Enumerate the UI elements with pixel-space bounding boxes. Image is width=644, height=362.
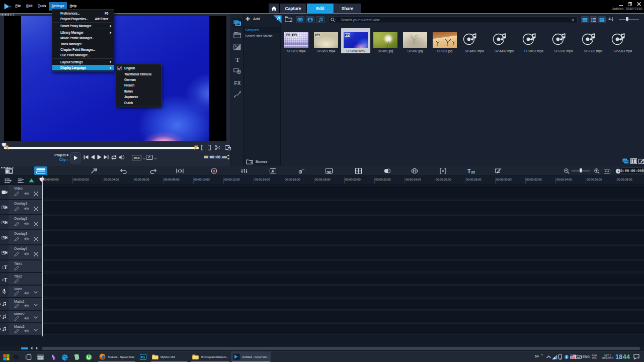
track-speaker-icon[interactable] [24,329,29,333]
tab-share[interactable]: Share [334,4,361,13]
rail-instant-project-icon[interactable] [232,30,242,40]
track-header[interactable]: Overlay4 [9,245,42,259]
rail-transition-icon[interactable]: A [232,42,242,52]
track-header[interactable]: Video [9,185,42,199]
import-folder-icon[interactable] [285,16,292,22]
hscroll-arrows[interactable] [30,346,38,350]
track-speaker-icon[interactable] [24,252,29,256]
track-pencil-icon[interactable] [14,252,19,256]
minimize-button[interactable] [619,2,623,6]
tray-clock[interactable]: 1844 [615,353,630,360]
track-header[interactable]: Voice [9,286,42,297]
track-mosaic-icon[interactable] [34,207,38,211]
timeline-zoom-in-button[interactable] [593,167,601,174]
track-header[interactable]: Music3 [9,323,42,335]
library-item[interactable]: SP-V02.mp4 [282,28,311,53]
filter-videos-button[interactable] [296,16,304,23]
close-button[interactable] [637,2,641,6]
track-transparency-button[interactable] [439,167,447,174]
tray-net-label[interactable]: NET: 0KB/S PATH: [602,354,614,359]
library-item[interactable]: SP-S01.mpa [549,28,578,53]
mask-creator-button[interactable] [383,167,391,174]
clip-mode-label[interactable]: Clip = [52,158,68,161]
track-lane[interactable] [42,311,644,322]
painting-creator-button[interactable] [494,167,502,174]
language-item-italian[interactable]: Italian [116,88,161,94]
library-item[interactable]: SP-M03.mpa [519,28,548,53]
menu-item-movie-profile-manager[interactable]: Movie Profile Manager... [52,35,114,41]
action-center-icon[interactable] [633,354,639,359]
track-pencil-icon[interactable] [14,207,19,211]
track-pencil-icon[interactable] [14,291,19,296]
library-item[interactable]: SP-M02.mpa [490,28,519,53]
sound-mixer-button[interactable] [240,167,248,174]
preview-size-icon[interactable] [146,155,153,160]
track-lane[interactable] [42,215,644,229]
track-pencil-icon[interactable] [14,304,19,308]
tray-phone-icon[interactable] [558,354,562,359]
track-chevron-icon[interactable] [34,329,38,333]
project-mode-label[interactable]: Project = [52,153,68,157]
rail-title-icon[interactable]: T [232,54,242,64]
scrubber-bar[interactable] [4,147,199,149]
timecode-spinner[interactable] [227,154,230,160]
menu-item-layout-settings[interactable]: Layout Settings [52,59,114,64]
track-speaker-icon[interactable] [24,304,29,308]
search-box[interactable]: Search your current view [328,16,578,23]
track-pencil-icon[interactable] [14,192,19,196]
track-pencil-icon[interactable] [14,279,19,283]
track-header[interactable]: Overlay2 [9,215,42,229]
home-button[interactable] [84,155,89,159]
track-lane[interactable] [42,260,644,272]
menu-item-smart-proxy-manager[interactable]: Smart Proxy Manager [52,23,114,29]
library-item[interactable]: SP-V03.mp4 [311,28,341,53]
track-mosaic-icon[interactable] [34,222,38,226]
tab-edit[interactable]: Edit [307,4,334,13]
hscroll-left-icon[interactable] [30,346,33,350]
track-pencil-icon[interactable] [14,222,19,226]
tray-touch-keyboard-icon[interactable] [575,354,582,359]
nav-samples[interactable]: Samples [244,27,281,33]
track-lane[interactable] [42,185,644,199]
tab-capture[interactable]: Capture [280,4,306,13]
track-lane[interactable] [42,273,644,285]
track-header[interactable]: Music2 [9,311,42,322]
track-lane[interactable] [42,200,644,214]
library-item[interactable]: SP-M01.mpa [460,28,489,53]
filter-audio-button[interactable] [316,16,325,23]
language-item-german[interactable]: German [116,77,161,82]
track-header[interactable]: Overlay1 [9,200,42,214]
library-item[interactable]: SP-S02.mpa [579,28,608,53]
track-header[interactable]: Title2 [9,273,42,285]
tray-expand-icon[interactable] [546,355,551,358]
repeat-button[interactable] [111,155,117,160]
tray-cpu-label[interactable]: 64 [535,354,539,358]
panel-drag-handle[interactable] [1,14,14,16]
sort-icon[interactable]: A [608,17,614,22]
track-chevron-icon[interactable] [34,304,38,308]
view-thumbnail-button[interactable] [598,16,606,23]
tray-bluetooth-icon[interactable] [565,354,569,360]
menu-item-chapter-point-manager[interactable]: Chapter Point Manager... [52,47,114,52]
tray-ram-label[interactable]: RAM49% [592,354,597,359]
tools-button[interactable] [90,167,98,174]
view-list-button[interactable] [590,16,597,23]
play-button[interactable] [70,152,80,163]
tab-home[interactable] [269,4,279,13]
menu-item-cue-point-manager[interactable]: Cue Point Manager... [52,52,114,58]
nav-scorefitter-music[interactable]: ScoreFitter Music [244,33,281,39]
storyboard-view-button[interactable] [5,167,13,174]
track-speaker-icon[interactable] [24,192,29,196]
library-item[interactable]: SP-I03.jpg [430,28,459,53]
library-item[interactable]: SP-I02.jpg [400,28,430,53]
aspect-ratio-select[interactable]: 16:9 [132,155,141,160]
add-button[interactable]: Add [246,17,260,21]
language-item-traditional-chinese[interactable]: Traditional Chinese [116,71,161,76]
tray-network-icon[interactable] [552,354,557,359]
library-panel-toggle[interactable] [622,158,629,164]
timeline-view-button[interactable] [34,166,47,175]
rail-graphics-icon[interactable] [232,66,242,75]
ripple-edit-button[interactable] [28,177,36,184]
language-item-japanese[interactable]: Japanese [116,94,161,100]
playhead-marker[interactable] [39,177,44,182]
